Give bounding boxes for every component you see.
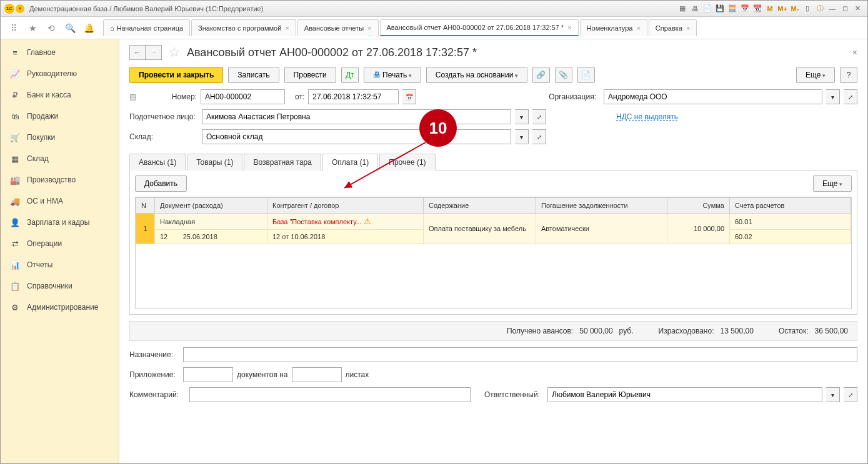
- dtab-goods[interactable]: Товары (1): [187, 154, 242, 170]
- vat-link[interactable]: НДС не выделять: [616, 112, 678, 121]
- panel-icon[interactable]: ▯: [802, 3, 813, 14]
- responsible-input[interactable]: [547, 387, 822, 402]
- mminus-icon[interactable]: M-: [789, 3, 801, 14]
- table-scroll[interactable]: N Документ (расхода) Контрагент / догово…: [135, 197, 852, 309]
- cell-acc1: 60.01: [730, 214, 851, 230]
- home-icon: ⌂: [110, 24, 114, 32]
- info-icon[interactable]: ⓘ: [814, 3, 826, 14]
- number-input[interactable]: [201, 89, 285, 104]
- dropdown-icon[interactable]: ▾: [826, 387, 840, 402]
- tab-help[interactable]: Справка×: [649, 19, 697, 36]
- col-debt[interactable]: Погашение задолженности: [536, 198, 667, 214]
- calc-icon[interactable]: 🧮: [727, 3, 738, 14]
- doc2-icon[interactable]: 📄: [577, 67, 595, 83]
- close-icon[interactable]: ×: [367, 24, 371, 32]
- close-icon[interactable]: ×: [285, 24, 289, 32]
- history-icon[interactable]: ⟲: [43, 20, 59, 36]
- tab-home[interactable]: ⌂Начальная страница: [103, 19, 190, 36]
- sidebar-item-reports[interactable]: 📊Отчеты: [1, 254, 119, 275]
- comment-input[interactable]: [189, 387, 471, 402]
- more-button[interactable]: Еще: [796, 67, 835, 83]
- print-button[interactable]: 🖶 Печать: [364, 67, 421, 83]
- table-more-button[interactable]: Еще: [813, 175, 852, 192]
- add-button[interactable]: Добавить: [135, 175, 187, 192]
- search-icon[interactable]: 🔍: [62, 20, 78, 36]
- cal2-icon[interactable]: 📆: [752, 3, 763, 14]
- forward-button[interactable]: →: [146, 45, 162, 60]
- open-icon[interactable]: ⤢: [844, 387, 857, 402]
- minimize-icon[interactable]: —: [827, 3, 838, 14]
- help-icon[interactable]: ?: [840, 67, 857, 83]
- col-sum[interactable]: Сумма: [667, 198, 730, 214]
- col-doc[interactable]: Документ (расхода): [155, 198, 267, 214]
- dropdown-icon[interactable]: ▾: [826, 89, 840, 104]
- post-close-button[interactable]: Провести и закрыть: [129, 67, 223, 83]
- dtab-returnable[interactable]: Возвратная тара: [244, 154, 321, 170]
- star-icon[interactable]: ★: [24, 20, 41, 36]
- save-icon[interactable]: 💾: [714, 3, 726, 14]
- sidebar-item-main[interactable]: ≡Главное: [1, 42, 119, 63]
- tab-reports[interactable]: Авансовые отчеты×: [297, 19, 379, 36]
- back-button[interactable]: ←: [129, 45, 146, 60]
- col-n[interactable]: N: [136, 198, 155, 214]
- sidebar-item-manager[interactable]: 📈Руководителю: [1, 63, 119, 84]
- sidebar-item-sales[interactable]: 🛍Продажи: [1, 106, 119, 127]
- callout-arrow: [338, 133, 438, 195]
- print-icon[interactable]: 🖶: [689, 3, 701, 14]
- post-button[interactable]: Провести: [284, 67, 336, 83]
- tab-nomenclature[interactable]: Номенклатура×: [580, 19, 647, 36]
- col-accounts[interactable]: Счета расчетов: [730, 198, 851, 214]
- sheets-count-input[interactable]: [292, 367, 342, 382]
- favorite-icon[interactable]: ☆: [168, 44, 181, 61]
- date-input[interactable]: [308, 89, 399, 104]
- sidebar-item-purchases[interactable]: 🛒Покупки: [1, 127, 119, 148]
- sidebar-item-salary[interactable]: 👤Зарплата и кадры: [1, 212, 119, 233]
- bell-icon[interactable]: 🔔: [81, 20, 97, 36]
- maximize-icon[interactable]: ◻: [839, 3, 851, 14]
- calendar-icon[interactable]: 📅: [739, 3, 751, 14]
- sidebar-item-admin[interactable]: ⚙Администрирование: [1, 297, 119, 318]
- sidebar-item-operations[interactable]: ⇄Операции: [1, 233, 119, 254]
- open-icon[interactable]: ⤢: [532, 109, 546, 124]
- create-based-button[interactable]: Создать на основании: [426, 67, 527, 83]
- col-contragent[interactable]: Контрагент / договор: [267, 198, 424, 214]
- tab-current[interactable]: Авансовый отчет АН00-000002 от 27.06.201…: [380, 19, 579, 36]
- dtab-advances[interactable]: Авансы (1): [129, 154, 186, 170]
- attach-icon[interactable]: 📎: [555, 67, 572, 83]
- app-logo-icon: 1С: [4, 4, 14, 14]
- purpose-input[interactable]: [183, 347, 857, 362]
- table-row[interactable]: 1 Накладная База "Поставка комплекту... …: [136, 214, 851, 230]
- tab-intro[interactable]: Знакомство с программой×: [191, 19, 296, 36]
- dt-icon[interactable]: Дт: [341, 67, 359, 83]
- window-title: Демонстрационная база / Любимов Валерий …: [29, 5, 263, 12]
- sidebar-item-bank[interactable]: ₽Банк и касса: [1, 84, 119, 106]
- dropdown-icon[interactable]: ▾: [515, 109, 529, 124]
- close-icon[interactable]: ×: [567, 24, 571, 31]
- warehouse-label: Склад:: [129, 132, 198, 141]
- dropdown-icon[interactable]: ▾: [515, 129, 529, 144]
- m-icon[interactable]: M: [764, 3, 776, 14]
- sidebar-item-assets[interactable]: 🚚ОС и НМА: [1, 190, 119, 212]
- open-icon[interactable]: ⤢: [844, 89, 857, 104]
- col-content[interactable]: Содержание: [424, 198, 536, 214]
- open-icon[interactable]: ⤢: [532, 129, 546, 144]
- sidebar-item-production[interactable]: 🏭Производство: [1, 169, 119, 190]
- close-window-icon[interactable]: ✕: [852, 3, 863, 14]
- mplus-icon[interactable]: M+: [777, 3, 788, 14]
- grid-icon[interactable]: ▦: [677, 3, 688, 14]
- apps-icon[interactable]: ⠿: [6, 20, 22, 36]
- sidebar-item-warehouse[interactable]: ▦Склад: [1, 148, 119, 169]
- doc-icon[interactable]: 📄: [702, 3, 713, 14]
- sidebar-item-refs[interactable]: 📋Справочники: [1, 275, 119, 297]
- docs-count-input[interactable]: [183, 367, 233, 382]
- calendar-picker-icon[interactable]: 📅: [402, 89, 416, 104]
- from-label: от:: [295, 92, 304, 101]
- close-page-icon[interactable]: ×: [852, 47, 857, 57]
- dropdown-icon[interactable]: ▾: [16, 4, 24, 13]
- person-input[interactable]: [202, 109, 511, 124]
- save-button[interactable]: Записать: [228, 67, 279, 83]
- link-icon[interactable]: 🔗: [532, 67, 550, 83]
- close-icon[interactable]: ×: [636, 24, 640, 32]
- close-icon[interactable]: ×: [686, 24, 690, 32]
- org-input[interactable]: [604, 89, 822, 104]
